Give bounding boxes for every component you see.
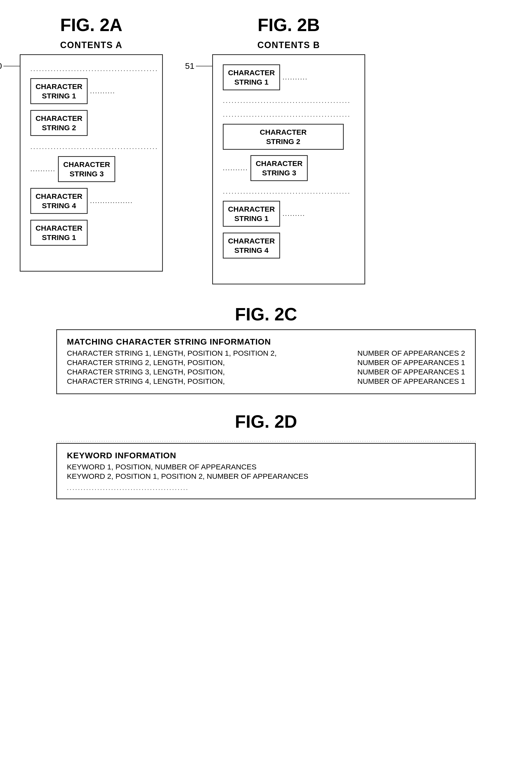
fig2b-cs1-box: CHARACTER STRING 1: [223, 64, 280, 90]
fig2d-bg-dots: ........................................…: [56, 436, 476, 442]
fig2d-line1: KEYWORD 1, POSITION, NUMBER OF APPEARANC…: [67, 463, 465, 471]
fig2a-cs2-row: CHARACTER STRING 2: [30, 110, 155, 136]
fig2b-ref: 51: [185, 61, 213, 71]
fig2c-section: FIG. 2C MATCHING CHARACTER STRING INFORM…: [20, 304, 512, 394]
fig2c-line1-left: CHARACTER STRING 1, LENGTH, POSITION 1, …: [67, 349, 357, 358]
fig2d-title: FIG. 2D: [235, 411, 297, 432]
fig2a-dot1: ........................................…: [30, 65, 155, 73]
fig2b-dot1: ........................................…: [223, 97, 357, 105]
fig2b-cs2-box: CHARACTER STRING 2: [223, 124, 344, 150]
fig2b-dots-cs1: ..........: [283, 74, 308, 81]
fig2a-ref: 50: [0, 61, 21, 71]
fig2a-cs4-box: CHARACTER STRING 4: [30, 188, 88, 214]
fig2c-line2: CHARACTER STRING 2, LENGTH, POSITION, NU…: [67, 359, 465, 367]
fig2c-box-title: MATCHING CHARACTER STRING INFORMATION: [67, 337, 465, 347]
fig2c-line3: CHARACTER STRING 3, LENGTH, POSITION, NU…: [67, 368, 465, 376]
fig2c-box: MATCHING CHARACTER STRING INFORMATION CH…: [56, 329, 476, 394]
fig2a-cs2-box: CHARACTER STRING 2: [30, 110, 88, 136]
fig2b-cs3-row: .......... CHARACTER STRING 3: [223, 155, 357, 181]
fig2a-inner: ........................................…: [30, 62, 155, 263]
fig2a-cs1-box: CHARACTER STRING 1: [30, 78, 88, 104]
fig2a-title: FIG. 2A: [60, 15, 123, 35]
fig2b-dot2: ........................................…: [223, 111, 357, 119]
fig2d-dotted: ........................................…: [67, 484, 465, 492]
fig2a-section: FIG. 2A CONTENTS A 50 ..................…: [20, 15, 163, 272]
fig2b-contents-label: CONTENTS B: [257, 40, 320, 50]
fig2b-section: FIG. 2B CONTENTS B 51 CHARACTER STRING 1…: [212, 15, 365, 284]
fig2d-section: FIG. 2D ................................…: [20, 411, 512, 499]
fig2c-line4-right: NUMBER OF APPEARANCES 1: [357, 377, 465, 386]
fig2a-dots-cs1: ..........: [90, 87, 115, 95]
fig2a-cs1b-row: CHARACTER STRING 1: [30, 220, 155, 246]
fig2c-line4-left: CHARACTER STRING 4, LENGTH, POSITION,: [67, 377, 357, 386]
fig2c-line2-left: CHARACTER STRING 2, LENGTH, POSITION,: [67, 359, 357, 367]
fig2c-line3-left: CHARACTER STRING 3, LENGTH, POSITION,: [67, 368, 357, 376]
top-figures-row: FIG. 2A CONTENTS A 50 ..................…: [20, 15, 512, 284]
fig2b-cs3-box: CHARACTER STRING 3: [250, 155, 308, 181]
fig2b-dots-cs3: ..........: [223, 164, 248, 172]
fig2b-inner: CHARACTER STRING 1 .......... ..........…: [223, 62, 357, 276]
fig2b-cs1b-box: CHARACTER STRING 1: [223, 201, 280, 227]
fig2b-cs1-row: CHARACTER STRING 1 ..........: [223, 64, 357, 90]
fig2b-cs4-row: CHARACTER STRING 4: [223, 233, 357, 258]
fig2a-cs1b-box: CHARACTER STRING 1: [30, 220, 88, 246]
fig2a-dots-before-cs3: ..........: [30, 165, 55, 173]
fig2d-line2: KEYWORD 2, POSITION 1, POSITION 2, NUMBE…: [67, 472, 465, 480]
fig2a-cs3-row: .......... CHARACTER STRING 3: [30, 156, 155, 182]
fig2a-dot2: ........................................…: [30, 143, 155, 151]
fig2a-cs4-row: CHARACTER STRING 4 .................: [30, 188, 155, 214]
fig2c-line3-right: NUMBER OF APPEARANCES 1: [357, 368, 465, 376]
fig2a-contents-label: CONTENTS A: [60, 40, 123, 50]
fig2b-dots-cs1b: .........: [283, 210, 305, 218]
fig2a-content-box: ........................................…: [20, 54, 163, 272]
fig2c-line2-right: NUMBER OF APPEARANCES 1: [357, 359, 465, 367]
fig2c-line4: CHARACTER STRING 4, LENGTH, POSITION, NU…: [67, 377, 465, 386]
fig2c-line1: CHARACTER STRING 1, LENGTH, POSITION 1, …: [67, 349, 465, 358]
fig2c-title: FIG. 2C: [235, 304, 297, 325]
fig2a-cs3-box: CHARACTER STRING 3: [58, 156, 115, 182]
fig2b-cs4-box: CHARACTER STRING 4: [223, 233, 280, 258]
fig2b-dot3: ........................................…: [223, 188, 357, 195]
fig2c-line1-right: NUMBER OF APPEARANCES 2: [357, 349, 465, 358]
fig2d-box: KEYWORD INFORMATION KEYWORD 1, POSITION,…: [56, 443, 476, 499]
fig2a-dots-cs4: .................: [90, 197, 133, 205]
fig2b-cs1b-row: CHARACTER STRING 1 .........: [223, 201, 357, 227]
fig2a-cs1-row: CHARACTER STRING 1 ..........: [30, 78, 155, 104]
fig2d-box-title: KEYWORD INFORMATION: [67, 451, 465, 460]
fig2b-cs2-row: CHARACTER STRING 2: [223, 124, 357, 150]
fig2b-content-box: CHARACTER STRING 1 .......... ..........…: [212, 54, 365, 284]
fig2b-title: FIG. 2B: [258, 15, 320, 35]
